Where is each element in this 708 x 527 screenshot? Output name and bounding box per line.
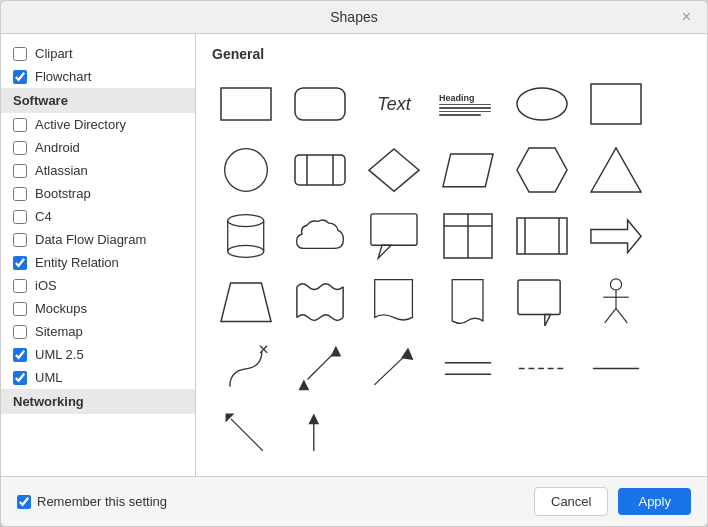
svg-marker-10 [517,148,567,192]
sidebar-item-c4[interactable]: C4 [1,205,195,228]
shape-callout[interactable] [360,206,428,266]
shapes-dialog: Shapes × Clipart Flowchart Software Acti… [0,0,708,527]
active-directory-checkbox[interactable] [13,118,27,132]
footer-left: Remember this setting [17,494,524,509]
svg-point-12 [228,215,264,227]
shape-diamond[interactable] [360,140,428,200]
sidebar-item-atlassian[interactable]: Atlassian [1,159,195,182]
shape-empty-r4 [656,272,707,332]
shape-double-arrow[interactable] [286,338,354,398]
sidebar-item-uml[interactable]: UML [1,366,195,389]
shape-empty-r3 [656,206,707,266]
shape-rectangle[interactable] [212,74,280,134]
flowchart-checkbox[interactable] [13,70,27,84]
shape-wave[interactable] [286,272,354,332]
shape-arrow-up-left[interactable] [212,404,280,464]
dataflow-checkbox[interactable] [13,233,27,247]
shape-document2[interactable] [434,272,502,332]
svg-line-44 [231,419,263,451]
shape-heading[interactable]: Heading [434,74,502,134]
sidebar-item-clipart[interactable]: Clipart [1,42,195,65]
svg-point-15 [228,245,264,257]
clipart-checkbox[interactable] [13,47,27,61]
networking-section-header: Networking [1,389,195,414]
dialog-content: Clipart Flowchart Software Active Direct… [1,34,707,476]
shape-empty-r5 [656,338,707,398]
shape-cloud[interactable] [286,206,354,266]
svg-rect-5 [295,155,345,185]
cancel-button[interactable]: Cancel [534,487,608,516]
shape-stick-figure[interactable] [582,272,650,332]
shape-plain-rectangle[interactable] [582,74,650,134]
sidebar-item-sitemap[interactable]: Sitemap [1,320,195,343]
svg-point-4 [225,149,268,192]
shape-table[interactable] [434,206,502,266]
apply-button[interactable]: Apply [618,488,691,515]
shape-arrow-diagonal[interactable] [360,338,428,398]
shape-line[interactable] [582,338,650,398]
shape-process[interactable] [508,206,576,266]
svg-rect-16 [371,214,417,245]
sidebar-item-entity-relation[interactable]: Entity Relation [1,251,195,274]
shapes-grid: Text Heading [212,74,691,464]
shape-document[interactable] [360,272,428,332]
shape-cylinder[interactable] [212,206,280,266]
c4-checkbox[interactable] [13,210,27,224]
software-section-header: Software [1,88,195,113]
bootstrap-checkbox[interactable] [13,187,27,201]
mockups-checkbox[interactable] [13,302,27,316]
uml-checkbox[interactable] [13,371,27,385]
svg-marker-11 [591,148,641,192]
shape-text[interactable]: Text [360,74,428,134]
shape-hexagon[interactable] [508,140,576,200]
svg-rect-0 [221,88,271,120]
svg-marker-9 [443,154,493,187]
shape-circle[interactable] [212,140,280,200]
remember-label: Remember this setting [37,494,167,509]
svg-rect-1 [295,88,345,120]
ios-checkbox[interactable] [13,279,27,293]
entity-relation-checkbox[interactable] [13,256,27,270]
sidebar-item-android[interactable]: Android [1,136,195,159]
shape-triangle[interactable] [582,140,650,200]
sidebar-item-mockups[interactable]: Mockups [1,297,195,320]
shape-dashed-line[interactable] [508,338,576,398]
shape-empty-r1 [656,74,707,134]
sidebar-item-active-directory[interactable]: Active Directory [1,113,195,136]
sidebar-item-flowchart[interactable]: Flowchart [1,65,195,88]
sidebar-item-ios[interactable]: iOS [1,274,195,297]
svg-line-33 [605,308,616,322]
shape-ellipse[interactable] [508,74,576,134]
shape-double-lines[interactable] [434,338,502,398]
shape-s-curve[interactable] [212,338,280,398]
svg-marker-39 [401,348,413,360]
sidebar-item-bootstrap[interactable]: Bootstrap [1,182,195,205]
android-checkbox[interactable] [13,141,27,155]
svg-point-30 [610,279,621,290]
sidebar-item-dataflow[interactable]: Data Flow Diagram [1,228,195,251]
svg-marker-8 [369,149,419,191]
sidebar: Clipart Flowchart Software Active Direct… [1,34,196,476]
svg-marker-17 [378,245,391,258]
shape-empty-r2 [656,140,707,200]
svg-line-34 [616,308,627,322]
svg-marker-24 [591,220,641,253]
clipart-label: Clipart [35,46,73,61]
section-title: General [212,46,691,62]
shape-arrow-right[interactable] [582,206,650,266]
shape-parallelogram[interactable] [434,140,502,200]
flowchart-label: Flowchart [35,69,91,84]
shape-rounded-rectangle[interactable] [286,74,354,134]
atlassian-checkbox[interactable] [13,164,27,178]
shape-note-callout[interactable] [508,272,576,332]
remember-checkbox[interactable] [17,495,31,509]
shape-arrow-up[interactable] [286,404,354,464]
svg-marker-37 [331,346,342,357]
uml25-checkbox[interactable] [13,348,27,362]
titlebar: Shapes × [1,1,707,34]
shape-rounded-parallelogram[interactable] [286,140,354,200]
sitemap-checkbox[interactable] [13,325,27,339]
sidebar-item-uml25[interactable]: UML 2.5 [1,343,195,366]
shape-trapezoid[interactable] [212,272,280,332]
close-button[interactable]: × [676,7,697,27]
